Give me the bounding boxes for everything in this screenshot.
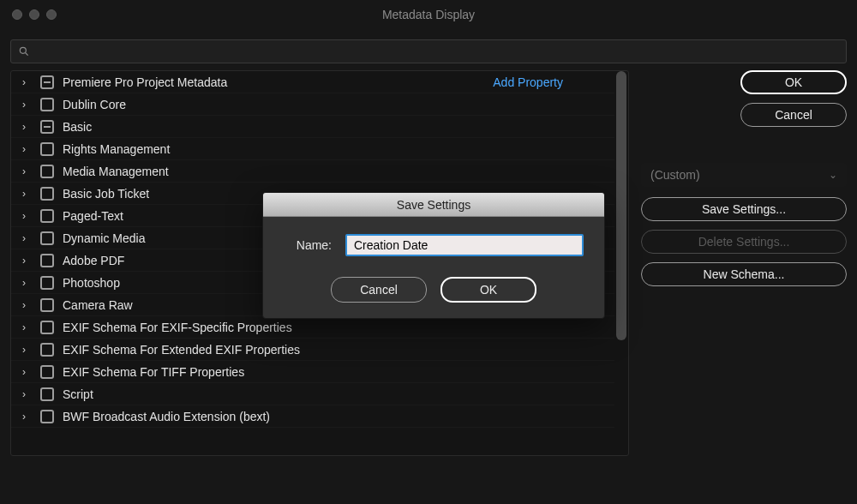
schema-label: Media Management [63,165,169,178]
schema-checkbox[interactable] [40,321,54,334]
disclosure-triangle-icon[interactable]: › [16,210,32,222]
schema-checkbox[interactable] [40,387,54,401]
search-bar[interactable] [10,39,847,63]
schema-checkbox[interactable] [40,343,54,357]
save-settings-modal: Save Settings Name: Cancel OK [262,192,605,319]
name-input[interactable] [345,234,584,256]
svg-line-1 [26,53,28,56]
delete-settings-button: Delete Settings... [641,230,847,254]
schema-label: Dynamic Media [63,231,145,245]
modal-cancel-button[interactable]: Cancel [331,277,427,303]
schema-checkbox[interactable] [40,365,54,379]
schema-row[interactable]: ›EXIF Schema For Extended EXIF Propertie… [11,339,614,361]
disclosure-triangle-icon[interactable]: › [16,99,32,111]
maximize-window-icon[interactable] [46,9,57,20]
scrollbar-thumb[interactable] [616,71,626,340]
disclosure-triangle-icon[interactable]: › [16,321,32,333]
schema-label: Premiere Pro Project Metadata [63,75,227,89]
disclosure-triangle-icon[interactable]: › [16,188,32,200]
ok-button[interactable]: OK [740,70,847,94]
schema-checkbox[interactable] [40,276,54,290]
svg-point-0 [20,47,26,53]
schema-checkbox[interactable] [40,187,54,201]
schema-checkbox[interactable] [40,120,54,134]
schema-label: Paged-Text [63,209,123,223]
disclosure-triangle-icon[interactable]: › [16,255,32,267]
vertical-scrollbar[interactable] [616,71,626,455]
disclosure-triangle-icon[interactable]: › [16,121,32,133]
new-schema-button[interactable]: New Schema... [641,262,847,286]
schema-checkbox[interactable] [40,410,54,423]
schema-label: EXIF Schema For EXIF-Specific Properties [63,321,292,334]
schema-label: Adobe PDF [63,254,124,267]
schema-label: Dublin Core [63,98,126,111]
name-field-label: Name: [284,238,332,252]
window-controls [0,9,57,20]
schema-row[interactable]: ›Media Management [11,160,614,183]
preset-dropdown-label: (Custom) [650,168,700,182]
schema-row[interactable]: ›Script [11,383,614,405]
schema-label: EXIF Schema For TIFF Properties [63,365,244,379]
schema-label: Photoshop [63,276,120,290]
schema-row[interactable]: ›Premiere Pro Project MetadataAdd Proper… [11,71,614,93]
disclosure-triangle-icon[interactable]: › [16,165,32,177]
window-title: Metadata Display [0,8,857,21]
disclosure-triangle-icon[interactable]: › [16,76,32,88]
schema-label: Basic Job Ticket [63,187,149,201]
disclosure-triangle-icon[interactable]: › [16,299,32,311]
schema-checkbox[interactable] [40,254,54,267]
add-property-link[interactable]: Add Property [493,75,563,89]
disclosure-triangle-icon[interactable]: › [16,344,32,356]
schema-label: Basic [63,120,92,134]
modal-ok-button[interactable]: OK [440,277,536,303]
schema-checkbox[interactable] [40,165,54,178]
schema-label: Rights Management [63,142,170,156]
schema-label: Script [63,387,93,401]
disclosure-triangle-icon[interactable]: › [16,411,32,423]
schema-row[interactable]: ›Rights Management [11,138,614,160]
schema-row[interactable]: ›BWF Broadcast Audio Extension (bext) [11,405,614,428]
schema-checkbox[interactable] [40,142,54,156]
save-settings-button[interactable]: Save Settings... [641,197,847,221]
schema-row[interactable]: ›Dublin Core [11,93,614,116]
schema-checkbox[interactable] [40,98,54,111]
cancel-button[interactable]: Cancel [740,103,847,127]
disclosure-triangle-icon[interactable]: › [16,143,32,155]
disclosure-triangle-icon[interactable]: › [16,232,32,244]
schema-row[interactable]: ›EXIF Schema For TIFF Properties [11,361,614,383]
search-icon [18,45,30,57]
side-buttons: OK Cancel (Custom) ⌄ Save Settings... De… [641,70,847,456]
schema-checkbox[interactable] [40,75,54,89]
schema-checkbox[interactable] [40,209,54,223]
chevron-down-icon: ⌄ [829,169,837,181]
schema-label: BWF Broadcast Audio Extension (bext) [63,410,270,423]
close-window-icon[interactable] [12,9,22,20]
preset-dropdown[interactable]: (Custom) ⌄ [641,163,847,187]
schema-label: EXIF Schema For Extended EXIF Properties [63,343,300,357]
modal-title: Save Settings [263,193,604,217]
schema-label: Camera Raw [63,298,133,312]
disclosure-triangle-icon[interactable]: › [16,277,32,289]
disclosure-triangle-icon[interactable]: › [16,366,32,378]
schema-row[interactable]: ›Basic [11,116,614,138]
search-input[interactable] [35,45,839,58]
schema-checkbox[interactable] [40,231,54,245]
schema-checkbox[interactable] [40,298,54,312]
title-bar: Metadata Display [0,0,857,29]
schema-row[interactable]: ›EXIF Schema For EXIF-Specific Propertie… [11,316,614,339]
minimize-window-icon[interactable] [29,9,39,20]
disclosure-triangle-icon[interactable]: › [16,388,32,400]
